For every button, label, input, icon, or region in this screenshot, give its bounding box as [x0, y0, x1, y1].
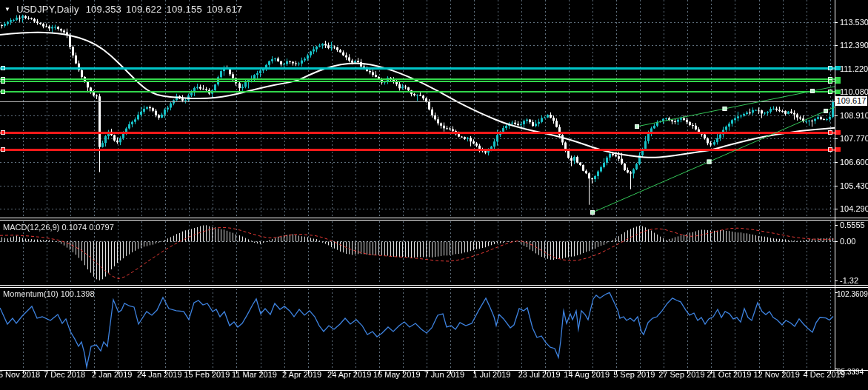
price-axis-label: 104.290 — [840, 204, 868, 213]
macd-axis-label: 0.00 — [840, 237, 855, 246]
momentum-indicator-label: Momentum(10) 100.1398 — [3, 289, 95, 298]
low-value: 109.155 — [166, 4, 201, 15]
hline-price-marker — [835, 130, 841, 135]
time-axis-label: 2 Jan 2019 — [92, 370, 132, 379]
macd-indicator-label: MACD(12,26,9) 0.1074 0.0797 — [3, 223, 114, 232]
hline-price-marker — [835, 79, 841, 84]
time-axis[interactable]: 15 Nov 20187 Dec 20182 Jan 201924 Jan 20… — [0, 370, 868, 390]
hline-price-marker — [835, 90, 841, 94]
price-axis-label: 111.220 — [840, 64, 868, 73]
time-axis-label: 23 Jul 2019 — [518, 370, 561, 379]
current-price-tag: 109.617 — [835, 96, 867, 106]
chart-dropdown-icon: ▼ — [4, 6, 10, 13]
high-value: 109.622 — [126, 4, 161, 15]
price-axis-label: 110.080 — [840, 87, 868, 96]
hline-price-marker — [835, 147, 841, 152]
time-axis-label: 2 Apr 2019 — [282, 370, 321, 379]
time-axis-label: 24 Jan 2019 — [137, 370, 182, 379]
macd-axis-label: -1.32 — [840, 276, 858, 285]
time-axis-label: 11 Mar 2019 — [232, 370, 277, 379]
time-axis-label: 1 Jul 2019 — [473, 370, 511, 379]
hline-price-marker — [835, 66, 841, 70]
chart-canvas[interactable] — [0, 0, 868, 390]
time-axis-label: 15 Nov 2018 — [0, 370, 40, 379]
time-axis-label: 15 Feb 2019 — [184, 370, 230, 379]
time-axis-label: 27 Sep 2019 — [658, 370, 704, 379]
mt4-chart-window: ▼ USDJPY,Daily 109.353 109.622 109.155 1… — [0, 0, 868, 390]
time-axis-label: 14 Aug 2019 — [564, 370, 610, 379]
time-axis-label: 7 Jun 2019 — [424, 370, 464, 379]
time-axis-label: 12 Nov 2019 — [753, 370, 799, 379]
time-axis-label: 4 Dec 2019 — [804, 370, 845, 379]
momentum-axis-label: 102.3609 — [837, 289, 868, 297]
price-axis-label: 112.390 — [840, 41, 868, 50]
time-axis-label: 7 Dec 2018 — [44, 370, 85, 379]
open-value: 109.353 — [86, 4, 121, 15]
price-axis-label: 106.600 — [840, 158, 868, 167]
price-axis-label: 107.770 — [840, 134, 868, 143]
time-axis-label: 21 Oct 2019 — [707, 370, 752, 379]
price-axis-label: 108.910 — [840, 111, 868, 120]
time-axis-label: 24 Apr 2019 — [327, 370, 371, 379]
price-axis[interactable]: 113.530112.390111.220110.080108.910107.7… — [835, 0, 868, 370]
time-axis-label: 5 Sep 2019 — [613, 370, 655, 379]
symbol-period-label: USDJPY,Daily — [16, 4, 79, 15]
time-axis-label: 16 May 2019 — [373, 370, 421, 379]
chart-title: ▼ USDJPY,Daily 109.353 109.622 109.155 1… — [4, 4, 242, 15]
close-value: 109.617 — [207, 4, 242, 15]
macd-axis-label: 0.5555 — [840, 221, 865, 229]
price-axis-label: 105.430 — [840, 181, 868, 190]
price-axis-label: 113.530 — [840, 18, 868, 27]
